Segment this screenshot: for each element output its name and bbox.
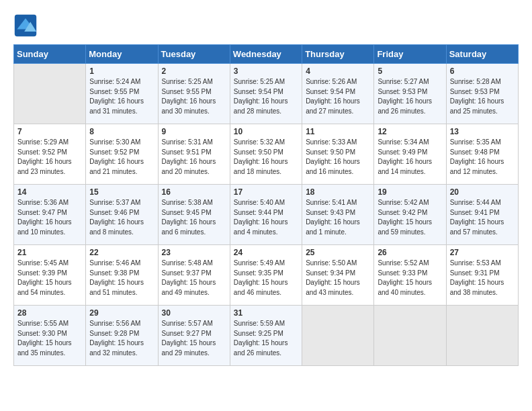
logo-icon: [13, 13, 38, 38]
day-cell: 28 Sunrise: 5:55 AMSunset: 9:30 PMDaylig…: [14, 306, 86, 366]
day-cell: 19 Sunrise: 5:42 AMSunset: 9:42 PMDaylig…: [374, 185, 446, 245]
day-cell: 9 Sunrise: 5:31 AMSunset: 9:51 PMDayligh…: [158, 124, 230, 185]
day-number: 13: [450, 127, 515, 136]
day-info: Sunrise: 5:52 AMSunset: 9:33 PMDaylight:…: [378, 259, 432, 296]
day-info: Sunrise: 5:57 AMSunset: 9:27 PMDaylight:…: [162, 320, 216, 357]
day-number: 1: [89, 66, 154, 76]
day-info: Sunrise: 5:50 AMSunset: 9:34 PMDaylight:…: [306, 259, 360, 296]
day-number: 4: [306, 66, 370, 76]
day-number: 28: [17, 308, 82, 318]
day-number: 30: [162, 308, 226, 318]
day-cell: 1 Sunrise: 5:24 AMSunset: 9:55 PMDayligh…: [86, 64, 158, 124]
day-number: 14: [17, 187, 82, 197]
day-number: 26: [378, 248, 442, 257]
day-cell: 6 Sunrise: 5:28 AMSunset: 9:53 PMDayligh…: [446, 64, 518, 124]
day-number: 12: [378, 127, 442, 136]
day-number: 7: [17, 127, 82, 136]
day-info: Sunrise: 5:37 AMSunset: 9:46 PMDaylight:…: [89, 199, 144, 236]
day-cell: 27 Sunrise: 5:53 AMSunset: 9:31 PMDaylig…: [446, 245, 518, 306]
day-cell: [374, 306, 446, 366]
day-info: Sunrise: 5:31 AMSunset: 9:51 PMDaylight:…: [162, 138, 216, 175]
day-number: 22: [89, 248, 154, 257]
day-cell: 29 Sunrise: 5:56 AMSunset: 9:28 PMDaylig…: [86, 306, 158, 366]
calendar-table: SundayMondayTuesdayWednesdayThursdayFrid…: [13, 44, 519, 366]
day-number: 29: [89, 308, 154, 318]
day-cell: 5 Sunrise: 5:27 AMSunset: 9:53 PMDayligh…: [374, 64, 446, 124]
day-number: 25: [306, 248, 370, 257]
day-cell: 10 Sunrise: 5:32 AMSunset: 9:50 PMDaylig…: [230, 124, 302, 185]
day-cell: 30 Sunrise: 5:57 AMSunset: 9:27 PMDaylig…: [158, 306, 230, 366]
day-cell: [302, 306, 374, 366]
header-day: Monday: [86, 45, 158, 64]
day-info: Sunrise: 5:25 AMSunset: 9:54 PMDaylight:…: [234, 78, 288, 115]
day-number: 19: [378, 187, 442, 197]
day-cell: 13 Sunrise: 5:35 AMSunset: 9:48 PMDaylig…: [446, 124, 518, 185]
day-info: Sunrise: 5:40 AMSunset: 9:44 PMDaylight:…: [234, 199, 288, 236]
day-info: Sunrise: 5:35 AMSunset: 9:48 PMDaylight:…: [450, 138, 504, 175]
day-info: Sunrise: 5:34 AMSunset: 9:49 PMDaylight:…: [378, 138, 432, 175]
day-cell: 8 Sunrise: 5:30 AMSunset: 9:52 PMDayligh…: [86, 124, 158, 185]
day-cell: 17 Sunrise: 5:40 AMSunset: 9:44 PMDaylig…: [230, 185, 302, 245]
day-info: Sunrise: 5:38 AMSunset: 9:45 PMDaylight:…: [162, 199, 216, 236]
week-row: 1 Sunrise: 5:24 AMSunset: 9:55 PMDayligh…: [14, 64, 519, 124]
header-day: Sunday: [14, 45, 86, 64]
day-cell: 25 Sunrise: 5:50 AMSunset: 9:34 PMDaylig…: [302, 245, 374, 306]
day-info: Sunrise: 5:45 AMSunset: 9:39 PMDaylight:…: [17, 259, 72, 296]
day-info: Sunrise: 5:53 AMSunset: 9:31 PMDaylight:…: [450, 259, 504, 296]
day-cell: 22 Sunrise: 5:46 AMSunset: 9:38 PMDaylig…: [86, 245, 158, 306]
week-row: 21 Sunrise: 5:45 AMSunset: 9:39 PMDaylig…: [14, 245, 519, 306]
day-number: 5: [378, 66, 442, 76]
day-number: 11: [306, 127, 370, 136]
day-cell: 31 Sunrise: 5:59 AMSunset: 9:25 PMDaylig…: [230, 306, 302, 366]
day-info: Sunrise: 5:59 AMSunset: 9:25 PMDaylight:…: [234, 320, 288, 357]
day-info: Sunrise: 5:29 AMSunset: 9:52 PMDaylight:…: [17, 138, 72, 175]
day-info: Sunrise: 5:24 AMSunset: 9:55 PMDaylight:…: [89, 78, 144, 115]
day-number: 20: [450, 187, 515, 197]
calendar-header: SundayMondayTuesdayWednesdayThursdayFrid…: [14, 45, 519, 64]
day-info: Sunrise: 5:27 AMSunset: 9:53 PMDaylight:…: [378, 78, 432, 115]
day-info: Sunrise: 5:33 AMSunset: 9:50 PMDaylight:…: [306, 138, 360, 175]
day-number: 6: [450, 66, 515, 76]
week-row: 14 Sunrise: 5:36 AMSunset: 9:47 PMDaylig…: [14, 185, 519, 245]
logo: [13, 13, 40, 38]
header-day: Friday: [374, 45, 446, 64]
day-cell: 12 Sunrise: 5:34 AMSunset: 9:49 PMDaylig…: [374, 124, 446, 185]
header-day: Wednesday: [230, 45, 302, 64]
day-number: 2: [162, 66, 226, 76]
day-cell: 23 Sunrise: 5:48 AMSunset: 9:37 PMDaylig…: [158, 245, 230, 306]
day-info: Sunrise: 5:26 AMSunset: 9:54 PMDaylight:…: [306, 78, 360, 115]
day-cell: 21 Sunrise: 5:45 AMSunset: 9:39 PMDaylig…: [14, 245, 86, 306]
day-cell: [14, 64, 86, 124]
day-number: 10: [234, 127, 298, 136]
header-day: Thursday: [302, 45, 374, 64]
day-cell: 20 Sunrise: 5:44 AMSunset: 9:41 PMDaylig…: [446, 185, 518, 245]
day-info: Sunrise: 5:25 AMSunset: 9:55 PMDaylight:…: [162, 78, 216, 115]
day-info: Sunrise: 5:36 AMSunset: 9:47 PMDaylight:…: [17, 199, 72, 236]
calendar-body: 1 Sunrise: 5:24 AMSunset: 9:55 PMDayligh…: [14, 64, 519, 366]
day-number: 18: [306, 187, 370, 197]
day-cell: 2 Sunrise: 5:25 AMSunset: 9:55 PMDayligh…: [158, 64, 230, 124]
day-info: Sunrise: 5:32 AMSunset: 9:50 PMDaylight:…: [234, 138, 288, 175]
day-info: Sunrise: 5:56 AMSunset: 9:28 PMDaylight:…: [89, 320, 144, 357]
day-number: 8: [89, 127, 154, 136]
header-day: Tuesday: [158, 45, 230, 64]
day-cell: 4 Sunrise: 5:26 AMSunset: 9:54 PMDayligh…: [302, 64, 374, 124]
header-row: SundayMondayTuesdayWednesdayThursdayFrid…: [14, 45, 519, 64]
day-number: 31: [234, 308, 298, 318]
day-number: 17: [234, 187, 298, 197]
day-info: Sunrise: 5:49 AMSunset: 9:35 PMDaylight:…: [234, 259, 288, 296]
day-number: 15: [89, 187, 154, 197]
day-cell: 18 Sunrise: 5:41 AMSunset: 9:43 PMDaylig…: [302, 185, 374, 245]
day-info: Sunrise: 5:46 AMSunset: 9:38 PMDaylight:…: [89, 259, 144, 296]
day-number: 16: [162, 187, 226, 197]
week-row: 7 Sunrise: 5:29 AMSunset: 9:52 PMDayligh…: [14, 124, 519, 185]
day-cell: 3 Sunrise: 5:25 AMSunset: 9:54 PMDayligh…: [230, 64, 302, 124]
day-number: 9: [162, 127, 226, 136]
day-number: 3: [234, 66, 298, 76]
day-cell: 11 Sunrise: 5:33 AMSunset: 9:50 PMDaylig…: [302, 124, 374, 185]
day-cell: 14 Sunrise: 5:36 AMSunset: 9:47 PMDaylig…: [14, 185, 86, 245]
week-row: 28 Sunrise: 5:55 AMSunset: 9:30 PMDaylig…: [14, 306, 519, 366]
day-number: 27: [450, 248, 515, 257]
day-cell: [446, 306, 518, 366]
header: [13, 13, 519, 38]
